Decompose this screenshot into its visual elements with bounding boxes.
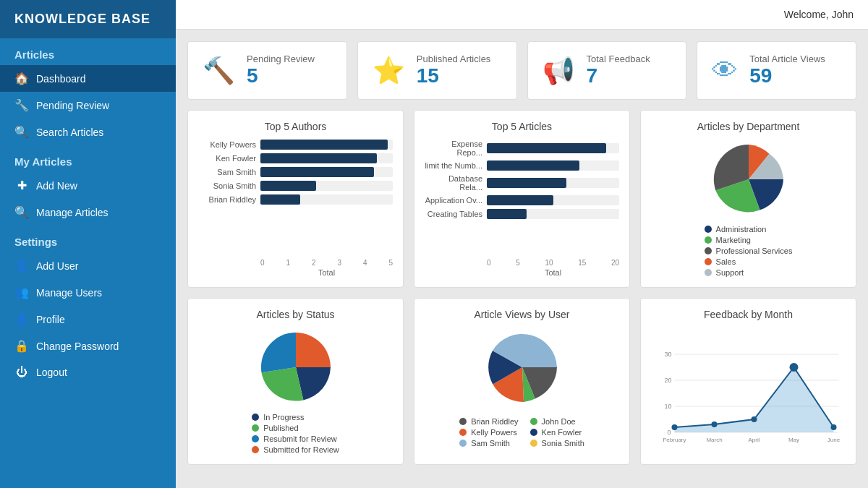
sidebar-label-manage-articles: Manage Articles xyxy=(36,207,109,218)
sidebar-item-dashboard[interactable]: 🏠 Dashboard xyxy=(0,65,176,92)
pending-review-stat-icon: 🔨 xyxy=(203,56,235,86)
bar-label-database: Database Rela... xyxy=(425,174,482,192)
top5-articles-title: Top 5 Articles xyxy=(425,121,619,132)
welcome-message: Welcome, John xyxy=(784,9,854,20)
pending-review-value: 5 xyxy=(247,64,315,87)
sidebar-label-search-articles: Search Articles xyxy=(36,127,103,138)
articles-by-status-title: Articles by Status xyxy=(198,309,393,320)
articles-by-dept-title: Articles by Department xyxy=(651,121,846,132)
top5-articles-axis: 05101520 xyxy=(425,259,619,267)
bar-fill-limit xyxy=(487,160,579,171)
bar-fill-sam xyxy=(260,167,374,177)
stat-card-published: ⭐ Published Articles 15 xyxy=(357,41,517,100)
bar-fill-database xyxy=(487,178,566,188)
bar-wrap-brian xyxy=(260,194,393,205)
top5-articles-bars: Expense Repo... limit the Numb... Databa… xyxy=(425,140,619,256)
sidebar-label-change-password: Change Password xyxy=(36,341,119,352)
profile-icon: 👤 xyxy=(14,312,29,326)
legend-ken: Ken Fowler xyxy=(530,428,584,437)
legend-sam: Sam Smith xyxy=(459,439,518,448)
sidebar-item-pending-review[interactable]: 🔧 Pending Review xyxy=(0,92,176,119)
bar-wrap-database xyxy=(487,178,619,188)
bar-label-kelly: Kelly Powers xyxy=(198,140,256,149)
legend-administration: Administration xyxy=(705,225,793,234)
svg-text:April: April xyxy=(748,437,760,443)
published-label: Published Articles xyxy=(417,53,491,64)
published-stat-info: Published Articles 15 xyxy=(417,53,491,87)
bar-label-sonia: Sonia Smith xyxy=(198,181,256,190)
feedback-stat-info: Total Feedback 7 xyxy=(587,53,650,87)
articles-section-label: Articles xyxy=(0,38,176,65)
stat-cards-row: 🔨 Pending Review 5 ⭐ Published Articles … xyxy=(187,41,856,100)
feedback-by-month-title: Feedback by Month xyxy=(651,309,846,320)
chart-row-1: Top 5 Authors Kelly Powers Ken Fowler Sa… xyxy=(187,110,856,288)
sidebar-item-manage-articles[interactable]: 🔍 Manage Articles xyxy=(0,199,176,226)
legend-published: Published xyxy=(252,424,339,432)
feedback-line-chart: 0 10 20 30 February March April May xyxy=(651,328,846,454)
sidebar-label-add-new: Add New xyxy=(36,180,77,192)
sidebar-item-add-new[interactable]: ✚ Add New xyxy=(0,172,176,199)
sidebar-item-manage-users[interactable]: 👥 Manage Users xyxy=(0,279,176,306)
svg-text:10: 10 xyxy=(665,403,672,410)
bar-row-limit: limit the Numb... xyxy=(425,160,619,171)
bar-row-sam: Sam Smith xyxy=(198,167,393,177)
svg-point-15 xyxy=(712,421,718,427)
sidebar-item-add-user[interactable]: 👤 Add User xyxy=(0,252,176,279)
bar-wrap-limit xyxy=(487,160,619,171)
svg-text:May: May xyxy=(788,437,799,443)
svg-point-16 xyxy=(752,416,757,422)
manage-articles-icon: 🔍 xyxy=(14,205,29,219)
svg-text:30: 30 xyxy=(665,351,672,358)
svg-point-17 xyxy=(790,363,799,372)
pending-review-label: Pending Review xyxy=(247,53,315,64)
legend-marketing: Marketing xyxy=(705,236,793,244)
settings-section-label: Settings xyxy=(0,226,176,252)
top5-authors-bars: Kelly Powers Ken Fowler Sam Smith Sonia … xyxy=(198,140,393,256)
stat-card-feedback: 📢 Total Feedback 7 xyxy=(527,41,687,100)
top5-authors-chart: Top 5 Authors Kelly Powers Ken Fowler Sa… xyxy=(187,110,404,288)
dashboard-icon: 🏠 xyxy=(14,72,29,85)
legend-in-progress: In Progress xyxy=(252,413,339,421)
views-legend-left: Brian Riddley Kelly Powers Sam Smith xyxy=(459,417,518,448)
bar-row-expense: Expense Repo... xyxy=(425,140,619,157)
bar-row-ken: Ken Fowler xyxy=(198,153,393,163)
sidebar-label-add-user: Add User xyxy=(36,260,78,272)
published-stat-icon: ⭐ xyxy=(373,56,405,86)
dashboard-content: 🔨 Pending Review 5 ⭐ Published Articles … xyxy=(176,30,868,488)
bar-label-tables: Creating Tables xyxy=(425,210,482,218)
bar-wrap-expense xyxy=(487,143,619,153)
sidebar-item-logout[interactable]: ⏻ Logout xyxy=(0,359,176,385)
sidebar-item-change-password[interactable]: 🔒 Change Password xyxy=(0,333,176,359)
sidebar-item-profile[interactable]: 👤 Profile xyxy=(0,306,176,333)
articles-by-status-chart: Articles by Status In Progress xyxy=(187,298,404,465)
bar-label-expense: Expense Repo... xyxy=(425,140,482,157)
svg-point-18 xyxy=(831,424,837,430)
bar-label-ken: Ken Fowler xyxy=(198,154,256,163)
bar-wrap-tables xyxy=(487,209,619,219)
stat-card-pending-review: 🔨 Pending Review 5 xyxy=(187,41,347,100)
bar-fill-app xyxy=(487,195,553,205)
bar-row-sonia: Sonia Smith xyxy=(198,181,393,191)
svg-point-14 xyxy=(672,424,678,430)
manage-users-icon: 👥 xyxy=(14,286,29,299)
sidebar-label-manage-users: Manage Users xyxy=(36,287,102,299)
legend-sales: Sales xyxy=(705,257,793,266)
article-views-pie: Brian Riddley Kelly Powers Sam Smith xyxy=(425,328,619,454)
dept-legend: Administration Marketing Professional Se… xyxy=(705,225,793,277)
articles-by-dept-pie: Administration Marketing Professional Se… xyxy=(651,140,846,277)
views-value: 59 xyxy=(749,64,825,87)
bar-row-database: Database Rela... xyxy=(425,174,619,192)
feedback-by-month-chart: Feedback by Month 0 10 20 30 xyxy=(640,298,856,465)
bar-fill-expense xyxy=(487,143,606,153)
top5-articles-axis-label: Total xyxy=(425,268,619,277)
views-stat-icon: 👁 xyxy=(712,56,738,86)
top5-articles-chart: Top 5 Articles Expense Repo... limit the… xyxy=(414,110,630,288)
sidebar-label-logout: Logout xyxy=(36,367,67,378)
bar-row-tables: Creating Tables xyxy=(425,209,619,219)
sidebar-item-search-articles[interactable]: 🔍 Search Articles xyxy=(0,119,176,145)
bar-wrap-ken xyxy=(260,153,393,163)
main-content: Welcome, John 🔨 Pending Review 5 ⭐ Publi… xyxy=(176,0,868,488)
svg-marker-13 xyxy=(675,367,834,432)
articles-by-status-pie: In Progress Published Resubmit for Revie… xyxy=(198,328,393,454)
top5-authors-axis: 012345 xyxy=(198,259,393,267)
